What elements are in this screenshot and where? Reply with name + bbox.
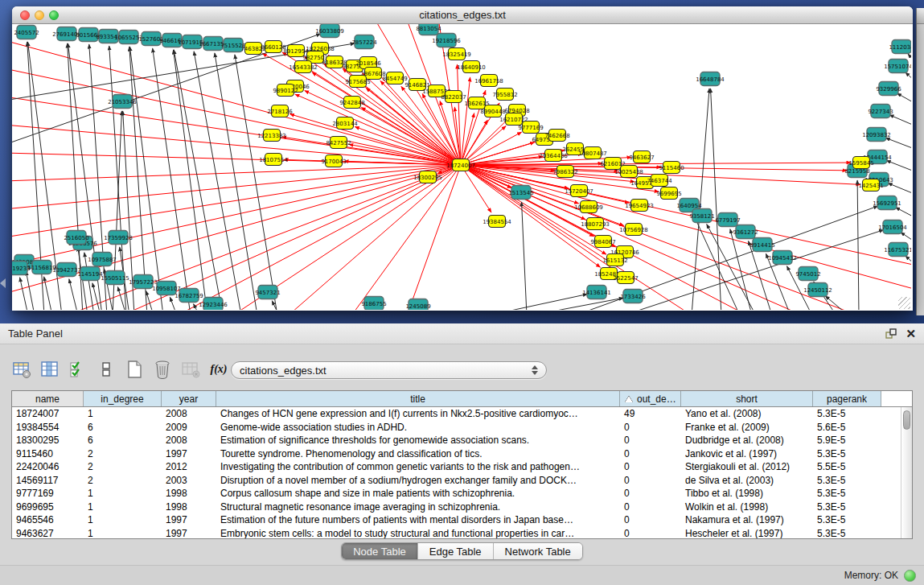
window-zoom-button[interactable] (49, 10, 59, 20)
column-header-name[interactable]: name (12, 391, 84, 406)
table-row[interactable]: 946554611997Estimation of the future num… (12, 513, 912, 527)
tab-edge-table[interactable]: Edge Table (418, 543, 494, 559)
yellow-node[interactable]: 9463627 (629, 151, 654, 163)
table-row[interactable]: 1872400712008Changes of HCN gene express… (12, 407, 912, 421)
teal-node[interactable]: 12923446 (199, 298, 228, 311)
column-header-in_degree[interactable]: in_degree (84, 391, 162, 406)
window-close-button[interactable] (20, 10, 30, 20)
teal-node[interactable]: 9358121 (689, 209, 714, 223)
teal-node[interactable]: 1733426 (620, 290, 646, 303)
teal-node[interactable]: 9329966 (876, 82, 901, 96)
yellow-node[interactable]: 9170043 (321, 155, 346, 167)
teal-node[interactable]: 9361272 (733, 225, 758, 239)
column-header-out_de[interactable]: out_de… (620, 391, 681, 406)
yellow-node[interactable]: 18640910 (457, 61, 486, 73)
teal-node[interactable]: 16782759 (175, 289, 203, 303)
teal-node[interactable]: 11675321 (884, 243, 911, 257)
panel-collapse-arrow-icon[interactable] (0, 278, 6, 288)
table-row[interactable]: 911546021997Tourette syndrome. Phenomeno… (12, 447, 912, 461)
teal-node[interactable]: 15505115 (101, 271, 129, 285)
float-panel-icon[interactable] (885, 328, 897, 340)
table-row[interactable]: 1456911722003Disruption of a novel membe… (12, 474, 912, 488)
teal-node[interactable]: 10945432 (768, 251, 797, 265)
yellow-node[interactable]: 18325419 (442, 48, 471, 60)
teal-node[interactable]: 1513545 (508, 186, 533, 200)
table-select-dropdown[interactable]: citations_edges.txt (231, 361, 547, 379)
column-header-year[interactable]: year (162, 391, 216, 406)
node-attribute-table[interactable]: namein_degreeyeartitleout_de…shortpagera… (11, 390, 913, 539)
new-table-icon[interactable] (124, 359, 145, 380)
table-settings-icon[interactable] (11, 359, 32, 380)
node-label: 10025438 (614, 169, 643, 175)
graph-edge (461, 113, 474, 165)
delete-table-icon[interactable] (152, 359, 173, 380)
yellow-node[interactable]: 9984067 (590, 236, 615, 248)
yellow-node[interactable]: 9115460 (659, 162, 684, 174)
teal-node[interactable]: 9186755 (361, 297, 386, 311)
table-row[interactable]: 1938455462009Genome-wide association stu… (12, 421, 912, 435)
teal-node[interactable]: 15751074 (884, 60, 911, 73)
window-resize-grip[interactable] (898, 297, 910, 309)
teal-node[interactable]: 6779197 (715, 213, 740, 227)
yellow-node[interactable]: 19654923 (625, 200, 654, 212)
tab-network-table[interactable]: Network Table (494, 543, 582, 559)
function-builder-icon[interactable]: f(x) (208, 359, 229, 380)
teal-node[interactable]: 8914415 (749, 238, 774, 252)
node-label: 2405572 (14, 30, 39, 36)
teal-node[interactable]: 1145194 (77, 267, 103, 281)
yellow-node[interactable]: 9699695 (656, 187, 681, 200)
teal-node[interactable]: 8813054 (416, 24, 441, 35)
teal-node[interactable]: 12450112 (803, 283, 832, 297)
column-header-title[interactable]: title (216, 391, 620, 406)
yellow-node[interactable]: 9242848 (339, 97, 364, 109)
network-canvas[interactable]: 2405572276914069015662893354110655257152… (12, 24, 911, 310)
teal-node[interactable]: 9227343 (868, 105, 893, 118)
yellow-node[interactable]: 10756928 (619, 224, 648, 236)
teal-node[interactable]: 19218596 (432, 34, 461, 47)
citation-network-graph[interactable]: 2405572276914069015662893354110655257152… (12, 24, 911, 310)
table-row[interactable]: 2242004622012Investigating the contribut… (12, 460, 912, 474)
table-row[interactable]: 1830029562008Estimation of significance … (12, 434, 912, 447)
teal-node[interactable]: 16033809 (315, 24, 344, 38)
teal-node[interactable]: 1245089 (405, 299, 430, 311)
table-row[interactable]: 977716911998Corpus callosum shape and si… (12, 487, 912, 501)
node-label: 1245089 (405, 303, 430, 310)
network-window-titlebar[interactable]: citations_edges.txt (12, 6, 913, 24)
yellow-node[interactable]: 12213383 (257, 130, 286, 142)
table-row[interactable]: 946362711997Embryonic stem cells: a mode… (12, 527, 912, 540)
yellow-node[interactable]: 2718126 (267, 105, 293, 117)
teal-node[interactable]: 9457321 (255, 286, 280, 299)
teal-node[interactable]: 15692951 (873, 196, 901, 210)
scrollbar-thumb[interactable] (903, 410, 910, 430)
yellow-node[interactable]: 7955812 (492, 89, 517, 101)
column-header-pagerank[interactable]: pagerank (813, 391, 881, 406)
column-visibility-icon[interactable] (39, 359, 60, 380)
yellow-node[interactable]: 19384554 (483, 216, 511, 228)
yellow-node[interactable]: 16961758 (474, 75, 503, 87)
table-row[interactable]: 969969511998Structural magnetic resonanc… (12, 501, 912, 514)
row-height-icon[interactable] (96, 359, 117, 380)
teal-node[interactable]: 1112034 (889, 40, 911, 54)
teal-node[interactable]: 17359928 (104, 231, 133, 245)
window-minimize-button[interactable] (35, 10, 44, 20)
teal-node[interactable]: 14136141 (582, 286, 611, 299)
memory-status-indicator[interactable] (904, 570, 916, 582)
table-vertical-scrollbar[interactable] (901, 407, 912, 538)
yellow-node[interactable]: 2803144 (332, 117, 358, 130)
node-label: 17016504 (878, 225, 907, 231)
teal-node[interactable]: 17016504 (878, 220, 907, 234)
yellow-node[interactable]: 18107554 (259, 154, 288, 166)
teal-node[interactable]: 16648784 (696, 72, 725, 86)
teal-node[interactable]: 10975887 (88, 253, 117, 266)
table-cell: Tibbo et al. (1998) (681, 487, 813, 501)
close-panel-icon[interactable]: ✕ (906, 328, 916, 340)
yellow-node[interactable]: 8427552 (326, 137, 351, 149)
teal-node[interactable]: 12093832 (862, 128, 891, 142)
teal-node[interactable]: 2516050 (64, 231, 88, 245)
teal-node[interactable]: 9745012 (795, 267, 820, 281)
column-header-short[interactable]: short (681, 391, 813, 406)
teal-node[interactable]: 7857224 (351, 35, 377, 49)
select-all-icon[interactable] (68, 359, 88, 380)
teal-node[interactable]: 2405572 (14, 26, 39, 39)
tab-node-table[interactable]: Node Table (342, 543, 418, 559)
